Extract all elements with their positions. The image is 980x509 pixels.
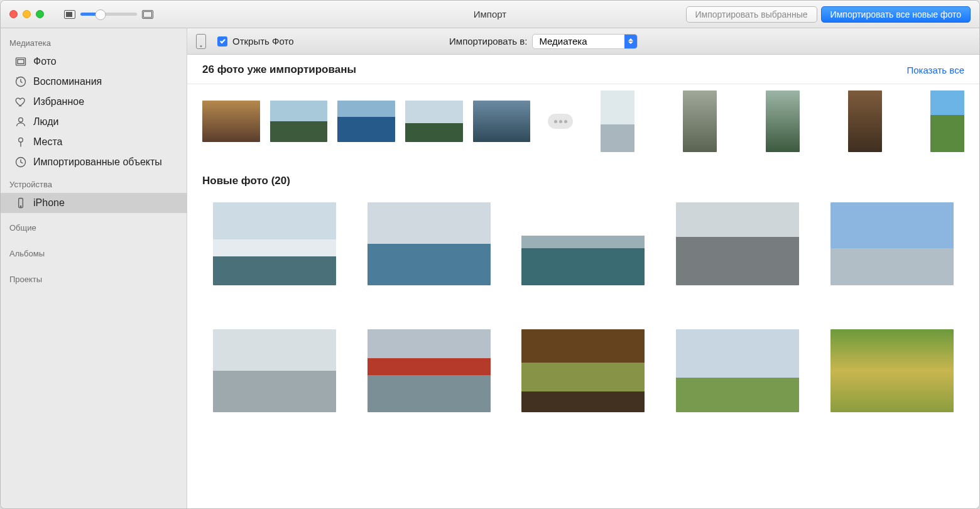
photo-thumbnail[interactable]	[601, 90, 634, 152]
sidebar-section-devices: Устройства	[1, 176, 187, 193]
svg-point-3	[19, 118, 23, 122]
import-selected-button[interactable]: Импортировать выбранные	[686, 6, 817, 23]
person-icon	[14, 116, 27, 128]
photo-thumbnail[interactable]	[848, 90, 882, 152]
sidebar-item-photos[interactable]: Фото	[1, 52, 187, 72]
photo-thumbnail[interactable]	[213, 202, 336, 285]
photo-thumbnail[interactable]	[405, 101, 463, 142]
app-window: Импорт Импортировать выбранные Импортиро…	[0, 0, 980, 509]
clock-icon	[14, 156, 27, 168]
zoom-out-icon[interactable]	[64, 10, 75, 19]
photo-thumbnail[interactable]	[766, 90, 800, 152]
already-imported-header: 26 фото уже импортированы Показать все	[187, 55, 979, 84]
sidebar-section-projects[interactable]: Проекты	[1, 271, 187, 288]
sidebar-item-places[interactable]: Места	[1, 132, 187, 152]
sidebar-item-people[interactable]: Люди	[1, 112, 187, 132]
new-photos-title: Новые фото (20)	[187, 167, 979, 202]
sidebar-item-label: Места	[33, 136, 62, 148]
photo-thumbnail[interactable]	[930, 90, 964, 152]
titlebar: Импорт Импортировать выбранные Импортиро…	[1, 1, 979, 28]
sidebar-item-favorites[interactable]: Избранное	[1, 92, 187, 112]
more-thumbnails-indicator[interactable]	[548, 114, 573, 129]
photo-thumbnail[interactable]	[368, 202, 491, 285]
sidebar-section-albums[interactable]: Альбомы	[1, 245, 187, 262]
phone-icon	[14, 197, 27, 209]
sidebar-item-label: iPhone	[33, 197, 65, 209]
fullscreen-window-button[interactable]	[36, 10, 44, 18]
heart-icon	[14, 96, 27, 108]
photo-thumbnail[interactable]	[521, 329, 645, 412]
window-title: Импорт	[474, 9, 506, 19]
open-photos-label: Открыть Фото	[232, 36, 294, 47]
sidebar-item-memories[interactable]: Воспоминания	[1, 72, 187, 92]
sidebar-item-imports[interactable]: Импортированные объекты	[1, 152, 187, 172]
import-all-new-button[interactable]: Импортировать все новые фото	[821, 6, 971, 23]
svg-rect-1	[18, 60, 24, 64]
sidebar-section-shared[interactable]: Общие	[1, 219, 187, 236]
photos-icon	[14, 55, 27, 68]
photo-thumbnail[interactable]	[830, 202, 954, 285]
sidebar-item-label: Люди	[33, 116, 58, 128]
sidebar-item-label: Избранное	[33, 96, 84, 107]
photo-thumbnail[interactable]	[473, 101, 531, 142]
import-destination: Импортировать в: Медиатека	[449, 34, 826, 49]
photo-thumbnail[interactable]	[676, 329, 799, 412]
show-all-link[interactable]: Показать все	[906, 65, 964, 75]
sidebar-item-label: Воспоминания	[33, 76, 102, 87]
minimize-window-button[interactable]	[23, 10, 31, 18]
already-imported-title: 26 фото уже импортированы	[202, 63, 356, 76]
sidebar-item-label: Фото	[33, 56, 57, 67]
pin-icon	[14, 136, 27, 148]
sidebar-section-library: Медиатека	[1, 35, 187, 52]
photo-thumbnail[interactable]	[683, 90, 717, 152]
thumbnail-zoom-control	[64, 10, 153, 19]
main-content: Открыть Фото Импортировать в: Медиатека …	[187, 28, 979, 508]
zoom-in-icon[interactable]	[142, 10, 153, 19]
import-toolbar: Открыть Фото Импортировать в: Медиатека	[187, 28, 979, 55]
import-to-label: Импортировать в:	[449, 36, 527, 47]
checkbox-checked-icon[interactable]	[217, 36, 227, 47]
device-icon	[196, 34, 206, 49]
close-window-button[interactable]	[9, 10, 18, 18]
photo-thumbnail[interactable]	[337, 101, 395, 142]
thumbnail-zoom-slider[interactable]	[80, 13, 137, 16]
window-controls	[9, 10, 44, 18]
import-to-value: Медиатека	[539, 36, 624, 47]
photo-thumbnail[interactable]	[521, 202, 645, 285]
already-imported-thumbnails	[187, 90, 979, 167]
import-to-select[interactable]: Медиатека	[532, 34, 638, 49]
new-photos-grid	[187, 202, 979, 412]
photo-thumbnail[interactable]	[676, 202, 799, 285]
memories-icon	[14, 75, 27, 88]
svg-point-4	[19, 138, 23, 142]
sidebar-item-device-iphone[interactable]: iPhone	[1, 193, 187, 213]
open-photos-checkbox-wrap[interactable]: Открыть Фото	[217, 36, 294, 47]
photo-thumbnail[interactable]	[270, 101, 328, 142]
photo-thumbnail[interactable]	[368, 329, 491, 412]
sidebar-item-label: Импортированные объекты	[33, 156, 162, 168]
photo-thumbnail[interactable]	[830, 329, 954, 412]
photo-thumbnail[interactable]	[213, 329, 336, 412]
svg-point-7	[20, 206, 21, 207]
sidebar: Медиатека Фото Воспоминания Избранное Лю…	[1, 28, 187, 508]
photo-thumbnail[interactable]	[202, 101, 260, 142]
select-arrows-icon	[624, 35, 637, 48]
